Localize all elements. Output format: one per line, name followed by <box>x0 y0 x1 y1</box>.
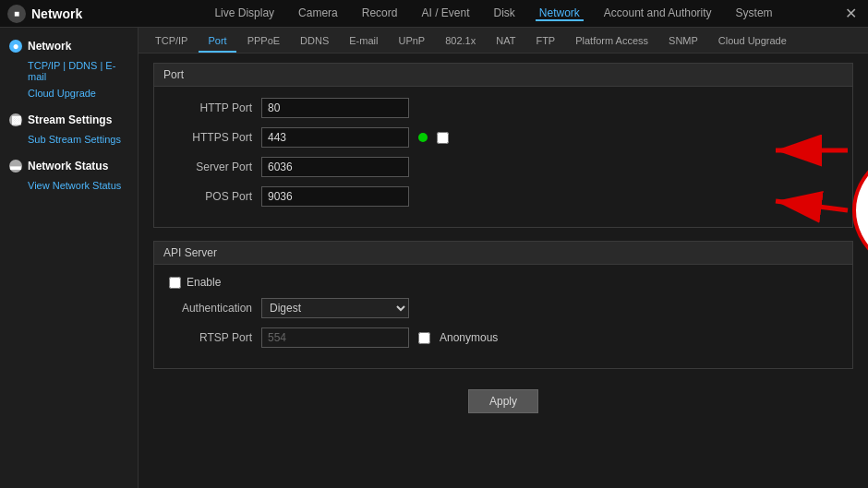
nav-account[interactable]: Account and Authority <box>600 6 716 21</box>
server-port-label: Server Port <box>169 161 252 173</box>
tab-ftp[interactable]: FTP <box>526 30 564 53</box>
api-server-body: Enable Authentication Digest RTSP Port A… <box>154 265 852 368</box>
http-port-input[interactable] <box>261 98 409 118</box>
content-area: TCP/IP Port PPPoE DDNS E-mail UPnP 802.1… <box>139 28 868 488</box>
network-icon: ● <box>9 40 22 53</box>
sidebar-item-view-status[interactable]: View Network Status <box>20 177 138 194</box>
enable-checkbox[interactable] <box>169 277 181 289</box>
sidebar-header-network[interactable]: ● Network <box>0 35 138 57</box>
anonymous-label: Anonymous <box>440 331 498 344</box>
port-section-body: HTTP Port HTTPS Port Server Port <box>154 87 852 227</box>
tab-802[interactable]: 802.1x <box>436 30 485 53</box>
nav-system[interactable]: System <box>732 6 777 21</box>
https-status-dot <box>418 133 428 142</box>
sidebar-stream-label: Stream Settings <box>28 113 112 126</box>
top-nav: Live Display Camera Record AI / Event Di… <box>146 6 841 21</box>
tab-snmp[interactable]: SNMP <box>659 30 707 53</box>
pos-port-label: POS Port <box>169 190 252 203</box>
rtsp-label: RTSP Port <box>169 331 252 344</box>
sidebar-item-cloud[interactable]: Cloud Upgrade <box>20 85 138 101</box>
auth-label: Authentication <box>169 302 252 315</box>
auth-row: Authentication Digest <box>169 298 838 318</box>
sidebar-stream-subitems: Sub Stream Settings <box>0 131 138 148</box>
tab-port[interactable]: Port <box>199 30 235 53</box>
nav-camera[interactable]: Camera <box>295 6 342 21</box>
sidebar: ● Network TCP/IP | DDNS | E-mail Cloud U… <box>0 28 139 488</box>
rtsp-row: RTSP Port Anonymous <box>169 327 838 348</box>
anonymous-checkbox[interactable] <box>418 332 430 344</box>
sidebar-network-label: Network <box>28 40 71 53</box>
auth-select[interactable]: Digest <box>261 298 409 318</box>
sidebar-status-subitems: View Network Status <box>0 177 138 194</box>
sidebar-header-stream[interactable]: ▩ Stream Settings <box>0 109 138 131</box>
close-button[interactable]: ✕ <box>841 5 861 22</box>
top-bar: ■ Network Live Display Camera Record AI … <box>0 0 868 28</box>
tab-pppoe[interactable]: PPPoE <box>238 30 289 53</box>
nav-network[interactable]: Network <box>536 6 584 21</box>
status-icon: ▬ <box>9 160 22 173</box>
nav-disk[interactable]: Disk <box>489 6 518 21</box>
pos-port-input[interactable] <box>261 186 409 207</box>
sidebar-header-status[interactable]: ▬ Network Status <box>0 155 138 177</box>
http-port-row: HTTP Port <box>169 98 838 118</box>
https-port-row: HTTPS Port <box>169 127 838 148</box>
pos-port-row: POS Port <box>169 186 838 207</box>
https-checkbox[interactable] <box>437 132 449 144</box>
app-title: Network <box>31 6 82 21</box>
logo-icon: ■ <box>7 5 26 23</box>
app-logo: ■ Network <box>7 5 146 23</box>
sidebar-status-label: Network Status <box>28 160 108 173</box>
enable-label: Enable <box>187 276 221 289</box>
sidebar-section-status: ▬ Network Status View Network Status <box>0 155 138 194</box>
tab-nat[interactable]: NAT <box>487 30 524 53</box>
https-port-label: HTTPS Port <box>169 131 252 144</box>
stream-icon: ▩ <box>9 113 22 126</box>
nav-ai-event[interactable]: AI / Event <box>417 6 473 21</box>
https-port-input[interactable] <box>261 127 409 148</box>
sidebar-item-tcp-ip[interactable]: TCP/IP | DDNS | E-mail <box>20 57 138 85</box>
tab-platform[interactable]: Platform Access <box>566 30 657 53</box>
server-port-input[interactable] <box>261 157 409 177</box>
tab-ddns[interactable]: DDNS <box>291 30 338 53</box>
port-section-title: Port <box>154 64 852 87</box>
page-content: Port HTTP Port HTTPS Port Server Port <box>139 54 868 488</box>
nav-live-display[interactable]: Live Display <box>211 6 278 21</box>
enable-row: Enable <box>169 276 838 289</box>
api-server-section: API Server Enable Authentication Digest … <box>153 241 853 369</box>
rtsp-port-input[interactable] <box>261 327 409 348</box>
api-server-title: API Server <box>154 242 852 265</box>
tab-upnp[interactable]: UPnP <box>389 30 434 53</box>
svg-point-5 <box>858 145 868 276</box>
http-port-label: HTTP Port <box>169 101 252 114</box>
sidebar-section-stream: ▩ Stream Settings Sub Stream Settings <box>0 109 138 148</box>
tab-tcpip[interactable]: TCP/IP <box>146 30 197 53</box>
svg-point-0 <box>854 141 868 280</box>
sidebar-item-substream[interactable]: Sub Stream Settings <box>20 131 138 148</box>
tab-email[interactable]: E-mail <box>340 30 387 53</box>
server-port-row: Server Port <box>169 157 838 177</box>
sidebar-network-subitems: TCP/IP | DDNS | E-mail Cloud Upgrade <box>0 57 138 101</box>
port-section: Port HTTP Port HTTPS Port Server Port <box>153 63 853 228</box>
apply-button[interactable]: Apply <box>468 389 538 413</box>
tab-bar: TCP/IP Port PPPoE DDNS E-mail UPnP 802.1… <box>139 28 868 54</box>
tab-cloud[interactable]: Cloud Upgrade <box>709 30 796 53</box>
apply-row: Apply <box>153 382 853 413</box>
main-layout: ● Network TCP/IP | DDNS | E-mail Cloud U… <box>0 28 868 488</box>
nav-record[interactable]: Record <box>358 6 402 21</box>
sidebar-section-network: ● Network TCP/IP | DDNS | E-mail Cloud U… <box>0 35 138 101</box>
